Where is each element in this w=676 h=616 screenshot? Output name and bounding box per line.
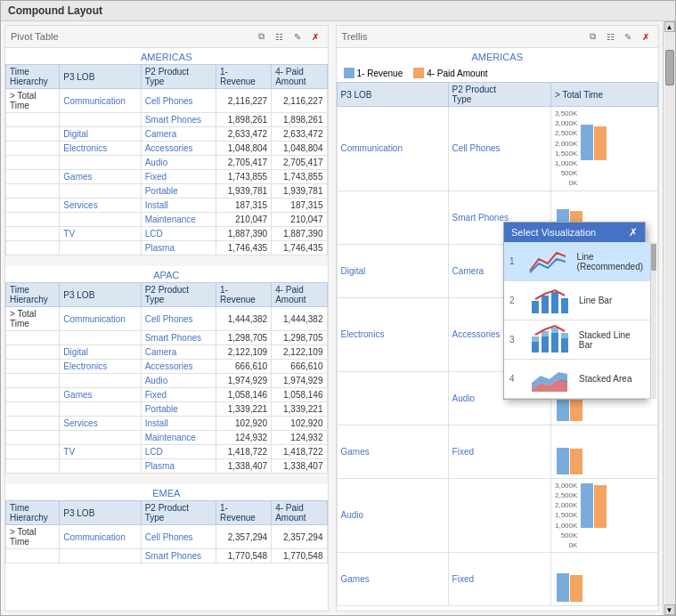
trellis-header: Trellis ⧉ ☷ ✎ ✗: [337, 26, 659, 48]
main-area: Pivot Table ⧉ ☷ ✎ ✗ AMERICAS TimeHierarc…: [1, 21, 675, 615]
trellis-p3lob-cell: Electronics: [337, 297, 448, 371]
trellis-product-cell: [448, 478, 550, 552]
trellis-grid-icon[interactable]: ☷: [603, 29, 617, 44]
close-icon[interactable]: ✗: [308, 29, 322, 44]
table-row: > TotalTime Communication Cell Phones 2,…: [6, 525, 328, 549]
scrollbar-down-button[interactable]: ▼: [664, 604, 675, 615]
col-revenue-emea: 1-Revenue: [216, 501, 271, 525]
trellis-product-cell: Cell Phones: [448, 107, 550, 191]
col-p2product: P2 ProductType: [141, 65, 216, 89]
col-time-hierarchy-apac: TimeHierarchy: [6, 283, 60, 307]
bar-group: [579, 109, 654, 162]
trellis-chart-cell: 3,500K3,000K2,500K2,000K1,500K1,000K500K…: [551, 107, 658, 191]
trellis-region-header: AMERICAS: [337, 48, 659, 64]
trellis-row: Games Fixed: [337, 553, 658, 606]
apac-section-header: APAC: [5, 266, 328, 282]
copy-icon[interactable]: ⧉: [255, 29, 269, 44]
trellis-row: Communication Cell Phones 3,500K3,000K2,…: [337, 107, 658, 191]
table-row: > TotalTime Communication Cell Phones 2,…: [6, 89, 328, 113]
table-row: Services Install 187,315 187,315: [6, 199, 328, 213]
legend-label-revenue: 1- Revenue: [357, 69, 403, 78]
svg-rect-7: [542, 331, 549, 336]
table-row: Plasma 1,338,407 1,338,407: [6, 459, 328, 474]
bars: [555, 427, 654, 476]
viz-item-linebar[interactable]: 2 Line Bar: [504, 281, 650, 320]
col-paid: 4- PaidAmount: [272, 65, 327, 89]
svg-rect-9: [551, 328, 558, 333]
col-p3lob-apac: P3 LOB: [60, 283, 141, 307]
bar-paid: [594, 485, 607, 528]
bar-revenue: [581, 483, 593, 528]
pivot-table-panel: Pivot Table ⧉ ☷ ✎ ✗ AMERICAS TimeHierarc…: [4, 25, 329, 612]
col-revenue-apac: 1-Revenue: [216, 283, 271, 307]
edit-icon[interactable]: ✎: [290, 29, 305, 44]
viz-thumb-stackedarea: [527, 363, 572, 394]
viz-item-num-1: 1: [509, 256, 518, 266]
legend-color-revenue: [344, 68, 354, 78]
trellis-product-cell: Fixed: [448, 553, 550, 606]
svg-rect-11: [561, 333, 568, 338]
table-row: Electronics Accessories 1,048,804 1,048,…: [6, 142, 328, 156]
bars: [579, 481, 654, 530]
scrollbar-up-button[interactable]: ▲: [664, 21, 675, 32]
viz-overlay-content: 1 Line (Recommended) 2: [504, 242, 645, 399]
trellis-chart-cell: [551, 553, 658, 606]
trellis-p3lob-cell: Communication: [337, 107, 448, 191]
svg-rect-6: [542, 336, 549, 353]
table-row: Services Install 102,920 102,920: [6, 417, 328, 431]
americas-table: TimeHierarchy P3 LOB P2 ProductType 1-Re…: [5, 64, 328, 255]
svg-rect-1: [542, 296, 549, 313]
table-row: Games Fixed 1,058,146 1,058,146: [6, 388, 328, 402]
trellis-panel: Trellis ⧉ ☷ ✎ ✗ AMERICAS 1- Revenue 4- P…: [336, 25, 660, 612]
scrollbar-track: [665, 32, 674, 604]
col-paid-apac: 4- PaidAmount: [272, 283, 327, 307]
viz-item-num-4: 4: [509, 374, 520, 384]
viz-item-line[interactable]: 1 Line (Recommended): [504, 242, 650, 281]
table-row: Electronics Accessories 666,610 666,610: [6, 360, 328, 374]
bar-revenue: [557, 448, 569, 474]
viz-overlay: Select Visualization ✗ 1: [503, 222, 646, 400]
col-revenue: 1-Revenue: [216, 65, 271, 89]
viz-overlay-close[interactable]: ✗: [629, 226, 638, 239]
pivot-table-header: Pivot Table ⧉ ☷ ✎ ✗: [5, 26, 328, 48]
col-paid-emea: 4- PaidAmount: [272, 501, 327, 525]
bar-revenue: [581, 125, 593, 160]
viz-item-stackedarea[interactable]: 4 Stacked Area: [504, 360, 650, 399]
table-row: Smart Phones 1,298,705 1,298,705: [6, 331, 328, 345]
grid-icon[interactable]: ☷: [273, 29, 287, 44]
col-p3lob: P3 LOB: [60, 65, 141, 89]
main-window: Compound Layout Pivot Table ⧉ ☷ ✎ ✗ AMER…: [0, 0, 676, 616]
trellis-row: Games Fixed: [337, 425, 658, 478]
bar-revenue: [557, 573, 569, 602]
trellis-close-icon[interactable]: ✗: [639, 29, 653, 44]
trellis-p3lob-cell: Digital: [337, 244, 448, 297]
apac-table: TimeHierarchy P3 LOB P2 ProductType 1-Re…: [5, 282, 328, 474]
viz-item-label-4: Stacked Area: [579, 374, 631, 384]
table-row: > TotalTime Communication Cell Phones 1,…: [6, 307, 328, 331]
trellis-copy-icon[interactable]: ⧉: [585, 29, 599, 44]
viz-thumb-stackedlinebar: [527, 324, 572, 355]
trellis-chart-cell: [551, 425, 658, 478]
table-row: Smart Phones 1,770,548 1,770,548: [6, 549, 328, 563]
trellis-edit-icon[interactable]: ✎: [621, 29, 635, 44]
table-row: TV LCD 1,418,722 1,418,722: [6, 445, 328, 459]
table-row: Audio 1,974,929 1,974,929: [6, 374, 328, 388]
trellis-p3lob-cell: Audio: [337, 478, 448, 552]
main-scrollbar: ▲ ▼: [663, 21, 675, 615]
window-title: Compound Layout: [8, 4, 102, 17]
section-divider: [5, 255, 328, 266]
viz-item-stackedlinebar[interactable]: 3: [504, 320, 650, 360]
section-divider-2: [5, 474, 328, 484]
col-time-hierarchy: TimeHierarchy: [6, 65, 60, 89]
chart-container: 3,500K3,000K2,500K2,000K1,500K1,000K500K…: [555, 109, 654, 189]
scrollbar-thumb[interactable]: [665, 50, 674, 85]
viz-scrollbar-thumb[interactable]: [651, 244, 656, 271]
trellis-p3lob-cell: Games: [337, 425, 448, 478]
trellis-col-totaltime: > Total Time: [551, 83, 658, 107]
emea-section-header: EMEA: [5, 484, 328, 500]
viz-scrollbar: [650, 242, 656, 399]
bars: [579, 113, 654, 162]
col-p2product-emea: P2 ProductType: [141, 501, 216, 525]
viz-overlay-header: Select Visualization ✗: [504, 223, 645, 242]
y-axis-labels: 3,500K3,000K2,500K2,000K1,500K1,000K500K…: [555, 109, 579, 189]
